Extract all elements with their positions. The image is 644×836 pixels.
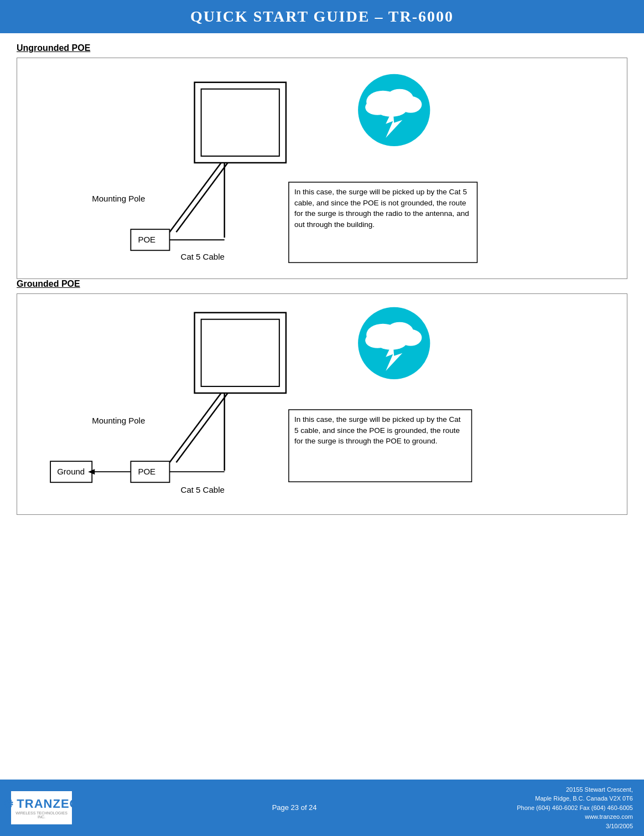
address-line-3: Phone (604) 460-6002 Fax (604) 460-6005	[517, 804, 633, 811]
logo-subtext: WIRELESS TECHNOLOGIES INC.	[14, 811, 69, 819]
poe-label-1: POE	[138, 235, 155, 244]
grounded-svg: Mounting Pole POE Ground Cat 5 Cable	[17, 294, 627, 514]
ground-label: Ground	[57, 467, 85, 476]
footer-logo: ⚙ TRANZEO WIRELESS TECHNOLOGIES INC.	[11, 791, 72, 824]
ungrounded-svg: Mounting Pole POE Cat 5 Cable In this ca…	[17, 58, 627, 278]
footer-address: 20155 Stewart Crescent, Maple Ridge, B.C…	[517, 785, 633, 831]
header: Quick Start Guide – TR-6000	[0, 0, 644, 33]
page-number: Page 23 of 24	[72, 803, 517, 812]
address-line-5: 3/10/2005	[606, 823, 633, 829]
mounting-pole-label-2: Mounting Pole	[92, 416, 145, 425]
poe-label-2: POE	[138, 467, 155, 476]
svg-rect-23	[201, 319, 279, 386]
logo-text: TRANZEO	[17, 797, 79, 811]
svg-line-25	[176, 393, 228, 462]
svg-line-24	[170, 393, 221, 462]
mounting-pole-label-1: Mounting Pole	[92, 194, 145, 203]
page-title: Quick Start Guide – TR-6000	[0, 8, 644, 25]
svg-line-10	[176, 163, 228, 232]
grounded-poe-heading: Grounded POE	[17, 279, 627, 289]
cat5-label-1: Cat 5 Cable	[181, 252, 225, 261]
grounded-diagram: Mounting Pole POE Ground Cat 5 Cable	[17, 293, 627, 515]
ungrounded-diagram: Mounting Pole POE Cat 5 Cable In this ca…	[17, 58, 627, 279]
svg-line-9	[170, 163, 221, 232]
address-line-2: Maple Ridge, B.C. Canada V2X 0T6	[535, 795, 633, 802]
page-wrapper: Quick Start Guide – TR-6000 Ungrounded P…	[0, 0, 644, 836]
main-content: Ungrounded POE	[0, 33, 644, 581]
cat5-label-2: Cat 5 Cable	[181, 485, 225, 494]
svg-rect-8	[201, 89, 279, 156]
address-line-1: 20155 Stewart Crescent,	[566, 786, 633, 793]
footer: ⚙ TRANZEO WIRELESS TECHNOLOGIES INC. Pag…	[0, 780, 644, 837]
ungrounded-poe-heading: Ungrounded POE	[17, 43, 627, 53]
address-line-4: www.tranzeo.com	[585, 813, 633, 820]
content-area: Ungrounded POE	[0, 33, 644, 526]
logo-icon: ⚙	[3, 797, 14, 811]
